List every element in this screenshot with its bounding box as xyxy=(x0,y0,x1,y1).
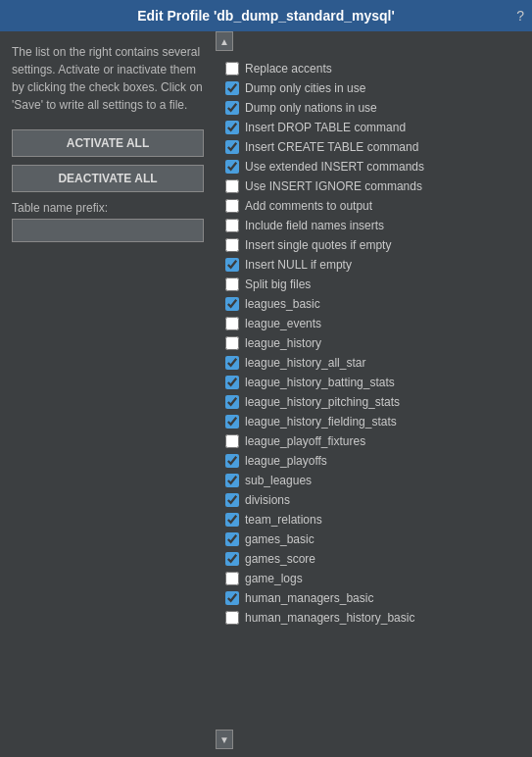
checkbox-label-insert_null_if_empty[interactable]: Insert NULL if empty xyxy=(245,258,352,272)
checkbox-row: league_events xyxy=(223,314,528,333)
checkbox-label-human_managers_basic[interactable]: human_managers_basic xyxy=(245,591,373,605)
checkbox-row: league_playoff_fixtures xyxy=(223,431,528,451)
checkbox-label-use_insert_ignore[interactable]: Use INSERT IGNORE commands xyxy=(245,179,422,193)
scroll-down-icon: ▼ xyxy=(219,734,229,745)
checkbox-row: Add comments to output xyxy=(223,196,528,216)
checkbox-league_history[interactable] xyxy=(225,336,239,350)
checkbox-row: Use INSERT IGNORE commands xyxy=(223,177,528,196)
checkbox-insert_create_table[interactable] xyxy=(225,140,239,154)
checkbox-row: league_history xyxy=(223,333,528,353)
checkbox-label-replace_accents[interactable]: Replace accents xyxy=(245,62,332,76)
left-panel: The list on the right contains several s… xyxy=(0,31,216,749)
checkbox-label-sub_leagues[interactable]: sub_leagues xyxy=(245,474,312,487)
checkbox-row: game_logs xyxy=(223,569,528,588)
checkbox-row: leagues_basic xyxy=(223,294,528,314)
checkbox-row: Insert DROP TABLE command xyxy=(223,118,528,137)
scroll-up-icon: ▲ xyxy=(219,36,229,47)
activate-all-button[interactable]: ACTIVATE ALL xyxy=(12,129,204,157)
checkbox-human_managers_history_basic[interactable] xyxy=(225,611,239,625)
checkbox-league_history_pitching_stats[interactable] xyxy=(225,395,239,409)
prefix-input[interactable] xyxy=(12,219,204,242)
checkbox-divisions[interactable] xyxy=(225,493,239,507)
checkbox-label-dump_only_nations[interactable]: Dump only nations in use xyxy=(245,101,377,115)
right-panel-wrapper: ▲ Replace accentsDump only cities in use… xyxy=(216,31,532,749)
checkbox-use_insert_ignore[interactable] xyxy=(225,179,239,193)
checkbox-label-league_history[interactable]: league_history xyxy=(245,336,321,350)
checkbox-label-insert_drop_table[interactable]: Insert DROP TABLE command xyxy=(245,121,406,134)
checkbox-row: games_score xyxy=(223,549,528,569)
checkbox-games_basic[interactable] xyxy=(225,532,239,546)
checkbox-row: league_playoffs xyxy=(223,451,528,471)
checkbox-label-league_playoffs[interactable]: league_playoffs xyxy=(245,454,327,468)
checkbox-dump_only_nations[interactable] xyxy=(225,101,239,115)
checkbox-row: Use extended INSERT commands xyxy=(223,157,528,177)
checkbox-label-divisions[interactable]: divisions xyxy=(245,493,290,507)
checkbox-row: Insert NULL if empty xyxy=(223,255,528,275)
checkbox-insert_single_quotes[interactable] xyxy=(225,238,239,252)
checkbox-row: Dump only cities in use xyxy=(223,78,528,98)
checkbox-label-team_relations[interactable]: team_relations xyxy=(245,513,322,527)
checkbox-league_history_fielding_stats[interactable] xyxy=(225,415,239,429)
checkbox-row: league_history_all_star xyxy=(223,353,528,373)
checkbox-row: league_history_batting_stats xyxy=(223,373,528,392)
checkbox-row: Insert CREATE TABLE command xyxy=(223,137,528,157)
checkbox-row: league_history_fielding_stats xyxy=(223,412,528,431)
checkbox-row: Replace accents xyxy=(223,59,528,78)
checkbox-leagues_basic[interactable] xyxy=(225,297,239,311)
scroll-up-button[interactable]: ▲ xyxy=(216,31,233,51)
checkbox-label-game_logs[interactable]: game_logs xyxy=(245,572,303,585)
checkbox-row: Include field names inserts xyxy=(223,216,528,235)
checkbox-games_score[interactable] xyxy=(225,552,239,566)
checkbox-label-insert_create_table[interactable]: Insert CREATE TABLE command xyxy=(245,140,418,154)
checkbox-use_extended_insert[interactable] xyxy=(225,160,239,174)
checkbox-replace_accents[interactable] xyxy=(225,62,239,76)
checkbox-row: Split big files xyxy=(223,275,528,294)
checkbox-label-human_managers_history_basic[interactable]: human_managers_history_basic xyxy=(245,611,414,625)
checkbox-human_managers_basic[interactable] xyxy=(225,591,239,605)
checkbox-game_logs[interactable] xyxy=(225,572,239,585)
right-panel[interactable]: Replace accentsDump only cities in useDu… xyxy=(216,51,532,730)
checkbox-insert_drop_table[interactable] xyxy=(225,121,239,134)
checkbox-row: divisions xyxy=(223,490,528,510)
checkbox-league_playoff_fixtures[interactable] xyxy=(225,434,239,448)
title-text: Edit Profile 'db_dump_standard_mysql' xyxy=(137,8,395,24)
checkbox-label-include_field_names[interactable]: Include field names inserts xyxy=(245,219,384,232)
checkbox-label-league_events[interactable]: league_events xyxy=(245,317,321,330)
checkbox-label-league_history_all_star[interactable]: league_history_all_star xyxy=(245,356,365,370)
checkbox-row: human_managers_history_basic xyxy=(223,608,528,628)
checkbox-league_history_batting_stats[interactable] xyxy=(225,376,239,389)
checkbox-add_comments[interactable] xyxy=(225,199,239,213)
title-bar: Edit Profile 'db_dump_standard_mysql' ? xyxy=(0,0,532,31)
checkbox-row: team_relations xyxy=(223,510,528,530)
prefix-section: Table name prefix: xyxy=(12,200,204,242)
checkbox-include_field_names[interactable] xyxy=(225,219,239,232)
checkbox-label-league_playoff_fixtures[interactable]: league_playoff_fixtures xyxy=(245,434,365,448)
checkbox-team_relations[interactable] xyxy=(225,513,239,527)
help-button[interactable]: ? xyxy=(516,8,524,24)
checkbox-label-use_extended_insert[interactable]: Use extended INSERT commands xyxy=(245,160,424,174)
checkbox-split_big_files[interactable] xyxy=(225,278,239,291)
checkbox-label-split_big_files[interactable]: Split big files xyxy=(245,278,311,291)
checkbox-row: games_basic xyxy=(223,530,528,549)
deactivate-all-button[interactable]: DEACTIVATE ALL xyxy=(12,165,204,192)
checkbox-label-games_score[interactable]: games_score xyxy=(245,552,315,566)
checkbox-insert_null_if_empty[interactable] xyxy=(225,258,239,272)
checkbox-label-league_history_batting_stats[interactable]: league_history_batting_stats xyxy=(245,376,395,389)
checkbox-row: human_managers_basic xyxy=(223,588,528,608)
checkbox-label-games_basic[interactable]: games_basic xyxy=(245,532,314,546)
checkbox-label-add_comments[interactable]: Add comments to output xyxy=(245,199,372,213)
checkbox-label-insert_single_quotes[interactable]: Insert single quotes if empty xyxy=(245,238,391,252)
checkbox-league_playoffs[interactable] xyxy=(225,454,239,468)
checkboxes-container: Replace accentsDump only cities in useDu… xyxy=(223,59,528,628)
scroll-down-button[interactable]: ▼ xyxy=(216,730,233,749)
checkbox-sub_leagues[interactable] xyxy=(225,474,239,487)
checkbox-label-league_history_pitching_stats[interactable]: league_history_pitching_stats xyxy=(245,395,400,409)
checkbox-dump_only_cities[interactable] xyxy=(225,81,239,95)
checkbox-row: Dump only nations in use xyxy=(223,98,528,118)
checkbox-label-league_history_fielding_stats[interactable]: league_history_fielding_stats xyxy=(245,415,397,429)
checkbox-league_events[interactable] xyxy=(225,317,239,330)
checkbox-league_history_all_star[interactable] xyxy=(225,356,239,370)
checkbox-label-dump_only_cities[interactable]: Dump only cities in use xyxy=(245,81,365,95)
checkbox-label-leagues_basic[interactable]: leagues_basic xyxy=(245,297,320,311)
checkbox-row: league_history_pitching_stats xyxy=(223,392,528,412)
